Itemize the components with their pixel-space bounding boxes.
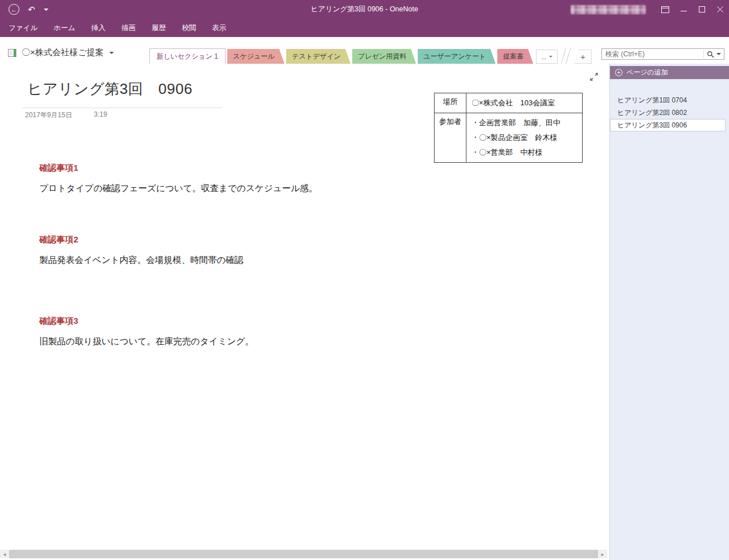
notebook-caret-icon xyxy=(109,52,114,54)
search-icon xyxy=(707,51,714,58)
quick-access-toolbar-menu[interactable] xyxy=(44,9,48,11)
minimize-icon xyxy=(681,6,687,13)
add-section-button[interactable]: + xyxy=(574,50,592,64)
add-page-button[interactable]: + ページの追加 xyxy=(610,66,729,79)
add-section-label: + xyxy=(580,52,585,61)
scrollbar-thumb[interactable] xyxy=(9,550,598,558)
search-caret-icon xyxy=(716,53,721,55)
back-icon: ← xyxy=(11,6,17,13)
scroll-left-icon: ◂ xyxy=(3,551,6,557)
scroll-left-button[interactable]: ◂ xyxy=(0,550,9,558)
meeting-info-table[interactable]: 場所 〇×株式会社 103会議室 参加者 ・企画営業部 加藤、田中 ・〇×製品企… xyxy=(434,93,583,163)
page-item-hearing-2[interactable]: ヒアリング第2回 0802 xyxy=(610,106,729,119)
page-title-block[interactable]: ヒアリング第3回 0906 xyxy=(22,79,222,108)
table-label-participants[interactable]: 参加者 xyxy=(435,113,466,163)
scroll-right-icon: ▸ xyxy=(601,551,604,557)
note-heading[interactable]: 確認事項2 xyxy=(39,234,243,245)
menu-history[interactable]: 履歴 xyxy=(144,19,174,37)
close-icon xyxy=(717,6,723,13)
table-label-location[interactable]: 場所 xyxy=(435,93,466,113)
menu-file[interactable]: ファイル xyxy=(1,19,46,37)
ribbon-menu: ファイル ホーム 挿入 描画 履歴 校閲 表示 xyxy=(0,19,729,37)
menu-review[interactable]: 校閲 xyxy=(174,19,204,37)
back-button[interactable]: ← xyxy=(9,4,19,15)
note-block-2[interactable]: 確認事項2 製品発表会イベント内容。会場規模、時間帯の確認 xyxy=(39,234,243,266)
page-title[interactable]: ヒアリング第3回 0906 xyxy=(27,79,222,99)
page-item-hearing-1[interactable]: ヒアリング第1回 0704 xyxy=(610,94,729,106)
section-overflow-caret-icon xyxy=(549,56,552,57)
section-tabs: 新しいセクション 1 スケジュール テストデザイン プレゼン用資料 ユーザーアン… xyxy=(149,48,592,64)
section-bar: 〇×株式会社様ご提案 新しいセクション 1 スケジュール テストデザイン プレゼ… xyxy=(0,37,729,64)
participant-line: ・〇×製品企画室 鈴木様 xyxy=(472,130,577,145)
table-value-participants[interactable]: ・企画営業部 加藤、田中 ・〇×製品企画室 鈴木様 ・〇×営業部 中村様 xyxy=(466,113,583,163)
participant-line: ・企画営業部 加藤、田中 xyxy=(472,116,577,130)
page-pane: + ページの追加 ヒアリング第1回 0704 ヒアリング第2回 0802 ヒアリ… xyxy=(609,64,729,560)
table-row: 場所 〇×株式会社 103会議室 xyxy=(435,93,583,113)
scroll-right-button[interactable]: ▸ xyxy=(598,550,607,558)
notebook-selector[interactable]: 〇×株式会社様ご提案 xyxy=(7,47,114,58)
menu-insert[interactable]: 挿入 xyxy=(83,19,113,37)
notebook-name: 〇×株式会社様ご提案 xyxy=(22,47,104,58)
location-line: 〇×株式会社 103会議室 xyxy=(472,96,577,110)
section-tab-user-survey[interactable]: ユーザーアンケート xyxy=(417,49,495,64)
page-date: 2017年9月15日 xyxy=(25,110,72,120)
section-tab-new-section-1[interactable]: 新しいセクション 1 xyxy=(149,48,226,64)
title-bar: ← ↶ ヒアリング第3回 0906 - OneNote xyxy=(0,0,729,19)
section-tab-test-design[interactable]: テストデザイン xyxy=(286,49,350,64)
search-input[interactable] xyxy=(602,50,703,58)
close-button[interactable] xyxy=(711,0,729,19)
note-block-3[interactable]: 確認事項3 旧製品の取り扱いについて。在庫完売のタイミング。 xyxy=(39,316,254,348)
note-body[interactable]: 製品発表会イベント内容。会場規模、時間帯の確認 xyxy=(39,254,243,266)
page-list: ヒアリング第1回 0704 ヒアリング第2回 0802 ヒアリング第3回 090… xyxy=(610,94,729,131)
notebook-icon xyxy=(7,48,17,58)
participant-line: ・〇×営業部 中村様 xyxy=(472,145,577,160)
table-row: 参加者 ・企画営業部 加藤、田中 ・〇×製品企画室 鈴木様 ・〇×営業部 中村様 xyxy=(435,113,583,163)
note-heading[interactable]: 確認事項3 xyxy=(39,316,254,327)
search-box xyxy=(601,48,724,60)
maximize-icon xyxy=(699,6,705,13)
minimize-button[interactable] xyxy=(674,0,693,19)
section-overflow-button[interactable]: ... xyxy=(536,50,558,64)
section-tab-presentation[interactable]: プレゼン用資料 xyxy=(352,49,416,64)
section-tab-schedule[interactable]: スケジュール xyxy=(227,49,284,64)
add-page-label: ページの追加 xyxy=(626,68,668,77)
onenote-window: ← ↶ ヒアリング第3回 0906 - OneNote ファイル xyxy=(0,0,729,560)
note-body[interactable]: 旧製品の取り扱いについて。在庫完売のタイミング。 xyxy=(39,336,254,348)
note-body[interactable]: プロトタイプの確認フェーズについて。収査までのスケジュール感。 xyxy=(39,183,318,195)
fullscreen-button[interactable] xyxy=(656,0,674,19)
undo-icon: ↶ xyxy=(28,5,35,14)
horizontal-scrollbar[interactable]: ◂ ▸ xyxy=(0,550,607,558)
section-overflow-label: ... xyxy=(541,53,546,60)
table-value-location[interactable]: 〇×株式会社 103会議室 xyxy=(466,93,583,113)
expand-page-button[interactable] xyxy=(589,72,599,82)
page-canvas[interactable]: ヒアリング第3回 0906 2017年9月15日 3:19 場所 〇×株式会社 … xyxy=(0,64,608,560)
add-page-icon: + xyxy=(615,69,622,76)
undo-button[interactable]: ↶ xyxy=(28,5,35,14)
menu-home[interactable]: ホーム xyxy=(46,19,83,37)
note-heading[interactable]: 確認事項1 xyxy=(39,163,318,174)
note-block-1[interactable]: 確認事項1 プロトタイプの確認フェーズについて。収査までのスケジュール感。 xyxy=(39,163,318,195)
account-name-redacted xyxy=(571,5,646,14)
menu-view[interactable]: 表示 xyxy=(204,19,234,37)
maximize-button[interactable] xyxy=(693,0,711,19)
page-date-line: 2017年9月15日 3:19 xyxy=(25,110,107,120)
page-time: 3:19 xyxy=(94,110,107,120)
qat-caret-icon xyxy=(44,9,48,11)
tab-end-divider xyxy=(560,49,571,64)
page-item-hearing-3[interactable]: ヒアリング第3回 0906 xyxy=(610,119,726,131)
search-scope-button[interactable] xyxy=(703,50,724,58)
menu-draw[interactable]: 描画 xyxy=(113,19,144,37)
fullscreen-icon xyxy=(661,6,669,13)
expand-icon xyxy=(590,73,598,81)
section-tab-proposal[interactable]: 提案書 xyxy=(497,49,533,64)
